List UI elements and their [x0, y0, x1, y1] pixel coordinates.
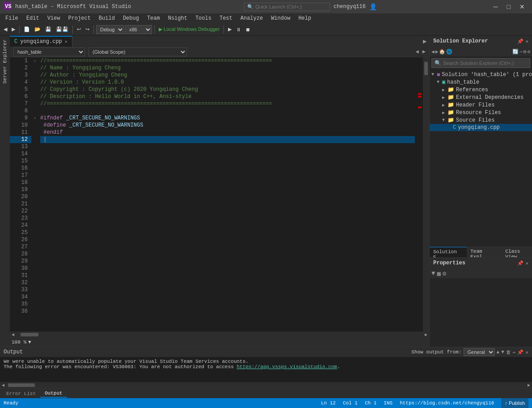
- menu-view[interactable]: View: [44, 14, 64, 22]
- prop-close-icon[interactable]: ✕: [525, 260, 528, 266]
- quick-launch[interactable]: 🔍: [244, 3, 330, 11]
- prop-pin-icon[interactable]: 📌: [517, 260, 524, 266]
- tab-scroll-right[interactable]: ▶: [420, 36, 429, 47]
- se-search-input[interactable]: [443, 60, 527, 66]
- file-scope-dropdown[interactable]: hash_table: [13, 47, 85, 56]
- minimize-button[interactable]: ─: [490, 2, 502, 11]
- scroll-right-btn[interactable]: ▶: [421, 48, 427, 55]
- menu-project[interactable]: Project: [64, 14, 94, 22]
- menu-test[interactable]: Test: [216, 14, 236, 22]
- se-settings-btn[interactable]: ⚙: [527, 49, 530, 55]
- tab-yongqiang-cpp[interactable]: C yongqiang.cpp ✕: [10, 36, 72, 47]
- scroll-left-arrow[interactable]: ◀: [10, 332, 16, 337]
- output-source-dropdown[interactable]: General: [464, 348, 495, 356]
- pin-icon[interactable]: 📌: [517, 38, 524, 44]
- output-scrollbar[interactable]: ◀ ▶: [0, 382, 532, 388]
- undo-btn[interactable]: ↩: [75, 26, 83, 33]
- source-expand[interactable]: ▼: [442, 118, 448, 123]
- tree-references[interactable]: ▶ 📁 References: [430, 86, 532, 94]
- platform-dropdown[interactable]: x86: [125, 25, 152, 34]
- global-scope-dropdown[interactable]: (Global Scope): [89, 47, 187, 56]
- se-more-btn[interactable]: ⋯: [519, 49, 523, 55]
- publish-button[interactable]: ↑ Publish: [501, 398, 528, 408]
- tree-source-files[interactable]: ▼ 📁 Source Files: [430, 116, 532, 124]
- tree-cpp-file[interactable]: C yongqiang.cpp: [430, 124, 532, 131]
- server-explorer-tab[interactable]: Server Explorer: [1, 36, 9, 87]
- resource-expand[interactable]: ▶: [442, 110, 448, 115]
- pause-btn[interactable]: ⏸: [234, 26, 243, 33]
- back-btn[interactable]: ◀: [2, 26, 9, 33]
- code-content[interactable]: //======================================…: [38, 57, 417, 332]
- menu-nsight[interactable]: Nsight: [165, 14, 191, 22]
- quick-launch-input[interactable]: [255, 4, 327, 9]
- menu-debug[interactable]: Debug: [119, 14, 143, 22]
- panel-close-icon[interactable]: ✕: [525, 38, 528, 44]
- se-globe-btn[interactable]: 🌐: [446, 49, 452, 55]
- menu-help[interactable]: Help: [295, 14, 315, 22]
- output-pin-btn[interactable]: 📌: [517, 349, 524, 355]
- se-refresh-btn[interactable]: 🔄: [512, 49, 519, 55]
- menu-build[interactable]: Build: [95, 14, 118, 22]
- collapse-1[interactable]: ▿: [31, 57, 38, 64]
- prop-sort-icon[interactable]: ⚙: [443, 270, 446, 277]
- save-btn[interactable]: 💾: [43, 26, 53, 33]
- close-button[interactable]: ✕: [516, 2, 528, 11]
- output-close-btn[interactable]: ✕: [525, 349, 528, 355]
- ext-deps-expand[interactable]: ▶: [442, 95, 448, 100]
- header-expand[interactable]: ▶: [442, 102, 448, 108]
- forward-btn[interactable]: ▶: [10, 26, 17, 33]
- output-link[interactable]: https://app.vssps.visualstudio.com: [237, 364, 337, 370]
- output-down-btn[interactable]: ▼: [501, 349, 504, 355]
- out-scroll-right[interactable]: ▶: [526, 382, 532, 388]
- save-all-btn[interactable]: 💾💾: [54, 26, 70, 33]
- scroll-thumb[interactable]: [424, 62, 428, 75]
- menu-tools[interactable]: Tools: [192, 14, 215, 22]
- output-wrap-btn[interactable]: ⇔: [513, 349, 516, 355]
- solution-expand[interactable]: ▼: [431, 72, 437, 77]
- out-scroll-left[interactable]: ◀: [0, 382, 6, 388]
- tree-header-files[interactable]: ▶ 📁 Header Files: [430, 101, 532, 109]
- config-dropdown[interactable]: Debug: [96, 25, 124, 34]
- prop-grid-icon[interactable]: ▦: [437, 270, 440, 277]
- out-scroll-thumb[interactable]: [8, 383, 35, 387]
- stop-btn[interactable]: ⏹: [244, 26, 252, 33]
- output-clear-btn[interactable]: 🗑: [506, 349, 511, 355]
- project-expand[interactable]: ▼: [437, 80, 442, 85]
- open-btn[interactable]: 📂: [33, 26, 42, 33]
- tab-solution-explorer[interactable]: Solution E...: [430, 247, 467, 257]
- tab-team-explorer[interactable]: Team Expl...: [467, 247, 502, 257]
- se-filter-btn[interactable]: ⊞: [524, 49, 527, 55]
- tab-error-list[interactable]: Error List: [2, 390, 40, 397]
- scroll-right-arrow[interactable]: ▶: [423, 332, 429, 337]
- tree-solution[interactable]: ▼ ◼ Solution 'hash_table' (1 project): [430, 71, 532, 78]
- se-search-box[interactable]: 🔍: [431, 58, 530, 68]
- menu-edit[interactable]: Edit: [23, 14, 43, 22]
- horizontal-scrollbar[interactable]: ◀ ▶: [10, 332, 429, 338]
- se-back-btn[interactable]: ◀: [431, 49, 435, 55]
- output-up-btn[interactable]: ▲: [497, 349, 500, 355]
- tree-external-deps[interactable]: ▶ 📁 External Dependencies: [430, 94, 532, 101]
- maximize-button[interactable]: □: [503, 2, 514, 11]
- collapse-9[interactable]: ▿: [31, 115, 38, 122]
- menu-analyze[interactable]: Analyze: [237, 14, 266, 22]
- tab-class-view[interactable]: Class View: [502, 247, 532, 257]
- menu-team[interactable]: Team: [144, 14, 164, 22]
- menu-window[interactable]: Window: [267, 14, 294, 22]
- scroll-left-btn[interactable]: ◀: [414, 48, 421, 55]
- se-forward-btn[interactable]: ▶: [435, 49, 439, 55]
- tab-close-btn[interactable]: ✕: [65, 39, 68, 44]
- zoom-dropdown-icon[interactable]: ▼: [28, 340, 31, 345]
- menu-file[interactable]: File: [2, 14, 22, 22]
- h-scroll-thumb[interactable]: [21, 333, 38, 336]
- references-expand[interactable]: ▶: [442, 87, 448, 93]
- tree-project[interactable]: ▼ ▣ hash_table: [430, 78, 532, 86]
- prop-expand-icon[interactable]: ▼: [431, 270, 435, 277]
- redo-btn[interactable]: ↪: [84, 26, 91, 33]
- se-home-btn[interactable]: 🏠: [439, 49, 445, 55]
- vertical-scrollbar[interactable]: [423, 57, 429, 332]
- new-btn[interactable]: 📄: [22, 26, 32, 33]
- start-btn[interactable]: ▶ Local Windows Debugger: [157, 26, 221, 33]
- tree-resource-files[interactable]: ▶ 📁 Resource Files: [430, 109, 532, 116]
- tab-output[interactable]: Output: [40, 390, 67, 398]
- play-btn[interactable]: ▶: [226, 26, 233, 33]
